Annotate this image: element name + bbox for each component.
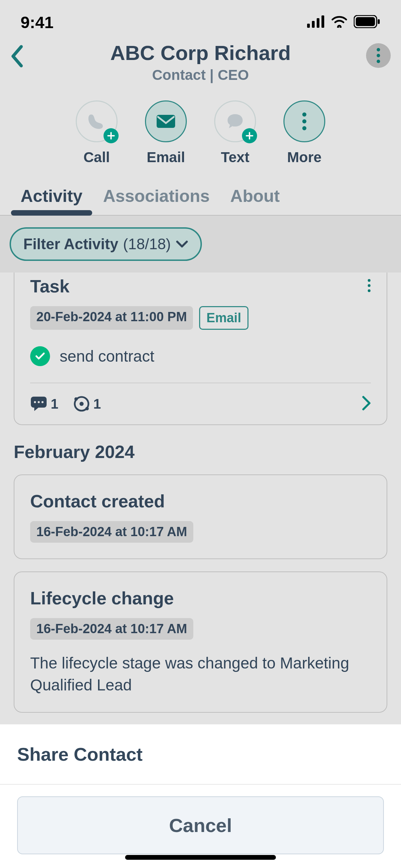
home-indicator[interactable]: [125, 855, 276, 860]
share-contact-button[interactable]: Share Contact: [0, 724, 401, 785]
action-sheet: Share Contact Cancel: [0, 724, 401, 868]
cancel-button[interactable]: Cancel: [17, 796, 384, 854]
